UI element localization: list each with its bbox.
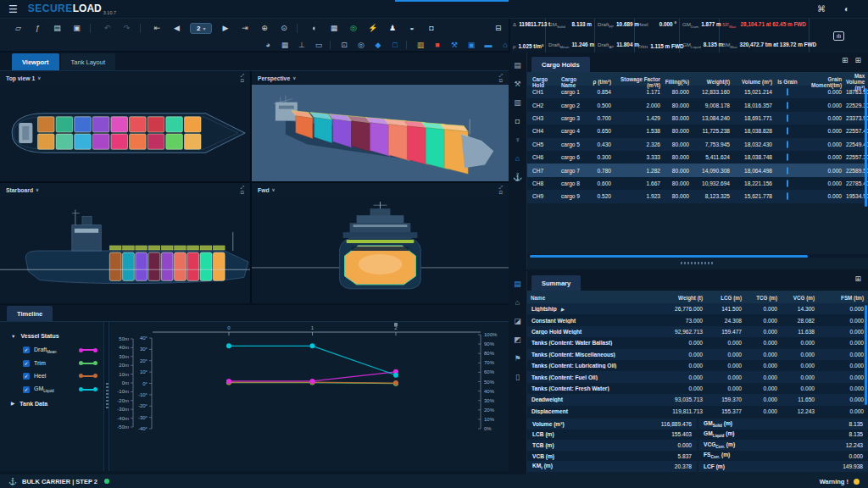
panel-resize-handle[interactable] [681,262,715,264]
summary-row[interactable]: Tanks (Content: Miscellaneous)0.0000.000… [527,349,868,360]
grain-checkbox[interactable] [787,180,788,187]
dock-icon[interactable]: ♆ [511,134,525,146]
container-icon[interactable]: ▥ [511,97,525,108]
report-icon[interactable]: ▯ [511,371,525,383]
top-view-ship[interactable] [0,85,250,181]
summary-row[interactable]: Tanks (Content: Fuel Oil)0.0000.0000.000… [527,371,868,382]
pane-perspective[interactable]: Perspective∨ ⤢⊡ [252,71,509,181]
cargo-vscrollbar[interactable] [865,88,867,207]
checkbox-checked[interactable]: ✓ [23,347,30,353]
strength-icon[interactable]: ◪ [511,315,525,327]
grid-view-icon[interactable]: ▦ [276,37,293,53]
popout-pane-icon[interactable]: ⊡ [498,190,503,195]
criteria-icon[interactable]: ⚑ [511,352,525,364]
add-table-icon[interactable]: ⊞ [854,56,861,64]
first-step-icon[interactable]: ⇤ [147,19,167,37]
starboard-ship[interactable] [0,197,250,303]
tab-summary[interactable]: Summary [531,275,581,291]
record-step-icon[interactable]: ⊙ [274,19,293,37]
summary-row[interactable]: Displacement119,811.713155.3770.00012.24… [527,406,868,417]
summary-row[interactable]: Tanks (Content: Water Ballast)0.0000.000… [527,337,868,348]
save-icon[interactable]: ▣ [67,19,86,37]
export-table-icon[interactable]: ⊞ [842,56,849,64]
tank-data-group[interactable]: ▶Tank Data [0,396,103,411]
undo-icon[interactable]: ↶ [97,19,117,37]
orbit-icon[interactable]: ◎ [353,37,370,53]
checkbox-checked[interactable]: ✓ [23,386,30,393]
export-summary-icon[interactable]: ⊞ [854,274,861,283]
forklift-icon[interactable]: ⚒ [446,37,463,53]
series-toggle[interactable]: ✓GMLiquid [0,382,103,396]
import-icon[interactable]: ▤ [47,19,67,37]
vessel-icon[interactable]: ⚓ [511,171,525,183]
pane-view-select[interactable]: Starboard∨ [6,187,39,193]
summary-row[interactable]: Tanks (Content: Fresh Water)0.0000.0000.… [527,383,868,394]
crane-icon[interactable]: ⚒ [511,78,525,90]
step-select[interactable]: 2▾ [190,23,212,34]
snapshot-icon[interactable]: ▣ [463,37,480,53]
grain-checkbox[interactable] [787,141,788,148]
timeline-splitter[interactable] [103,322,109,471]
globe-icon[interactable]: ◒ [402,19,421,37]
prev-step-icon[interactable]: ◀ [167,19,186,37]
summary-row[interactable]: Tanks (Content: Lubricating Oil)0.0000.0… [527,360,868,371]
series-toggle[interactable]: ✓Trim [0,357,103,369]
fwd-ship[interactable] [252,197,509,303]
popout-pane-icon[interactable]: ⊡ [240,190,244,195]
grain-checkbox[interactable] [787,114,788,122]
pane-top-view[interactable]: Top view 1∨ ⤢⊡ [0,71,250,181]
summary-vscrollbar[interactable] [865,305,867,405]
snapshot-icon[interactable]: ◘ [511,115,525,127]
perspective-ship[interactable] [252,85,509,181]
tab-tank-layout[interactable]: Tank Layout [61,53,115,70]
tanks-icon[interactable]: ⌂ [511,297,525,308]
fit-view-icon[interactable]: ⊡ [336,37,353,53]
camera-icon[interactable]: ◘ [421,19,441,37]
grain-checkbox[interactable] [787,153,788,161]
axes-icon[interactable]: ⊥ [293,37,310,53]
cargo-row[interactable]: CH3cargo 30.7001.42980.00013,084.24018,6… [527,112,868,125]
function-icon[interactable]: ƒ [28,19,47,37]
cargo-row[interactable]: CH4cargo 40.6501.53880.00011,725.23818,0… [527,125,868,137]
render-mode-icon[interactable]: ◕ [259,37,276,53]
cargo-row[interactable]: CH8cargo 80.6001.66780.00010,932.69418,2… [527,177,868,190]
checkbox-checked[interactable]: ✓ [23,373,30,380]
grain-checkbox[interactable] [787,192,788,200]
summary-row[interactable]: Constant Weight73.00024.3080.00028.0820.… [527,314,868,325]
quick-calc-icon[interactable]: ⚡ [363,19,382,37]
cargo-row[interactable]: CH6cargo 60.3003.33380.0005,411.62418,03… [527,151,868,164]
cargo-row[interactable]: CH2cargo 20.5002.00080.0009,008.17818,01… [527,98,868,111]
summary-icon[interactable]: ▤ [511,278,525,290]
next-step-icon[interactable]: ▶ [215,19,235,37]
popout-pane-icon[interactable]: ⊡ [498,78,503,83]
open-chart-icon[interactable]: ılı [833,31,844,41]
collapse-panel-icon[interactable]: ⊟ [495,19,502,37]
loading-conditions-icon[interactable]: ▤ [511,59,525,71]
grain-checkbox[interactable] [787,167,788,175]
redo-icon[interactable]: ↷ [117,19,136,37]
expander-icon[interactable]: ▶ [561,307,565,312]
summary-row[interactable]: Cargo Hold Weight92,962.713159.4770.0001… [527,326,868,337]
tab-viewport[interactable]: Viewport [12,53,59,70]
pane-view-select[interactable]: Fwd∨ [258,187,275,193]
pane-view-select[interactable]: Perspective∨ [258,75,296,81]
menu-icon[interactable]: ☰ [8,3,18,15]
select-region-icon[interactable]: □ [387,37,403,53]
cargo-row[interactable]: CH7cargo 70.7801.28280.00014,090.30818,0… [527,164,868,176]
timeline-chart[interactable]: 01250m40m30m20m10m0m-10m-20m-30m-40m-50m… [110,322,509,471]
popout-pane-icon[interactable]: ⊡ [240,78,244,83]
theme-icon[interactable]: ◐ [844,4,849,14]
grid-icon[interactable]: ▦ [324,19,343,37]
stability-icon[interactable]: ◩ [511,334,525,346]
cargo-row[interactable]: CH9cargo 90.5201.92380.0008,123.32515,62… [527,190,868,202]
toolbox-icon[interactable]: ■ [429,37,446,53]
cargo-crate-icon[interactable]: ▥ [412,37,429,53]
open-vessel-icon[interactable]: ▱ [8,19,28,37]
pane-view-select[interactable]: Top view 1∨ [6,75,41,81]
summary-row[interactable]: Deadweight93,035.713159.3700.00011.6500.… [527,394,868,405]
tab-cargo-holds[interactable]: Cargo Holds [531,57,590,72]
truck-icon[interactable]: ▬ [480,37,497,53]
shaded-sphere-icon[interactable]: ◐ [304,19,324,37]
warning-label[interactable]: Warning ! [820,478,849,485]
frame-tool-icon[interactable]: ◆ [370,37,387,53]
